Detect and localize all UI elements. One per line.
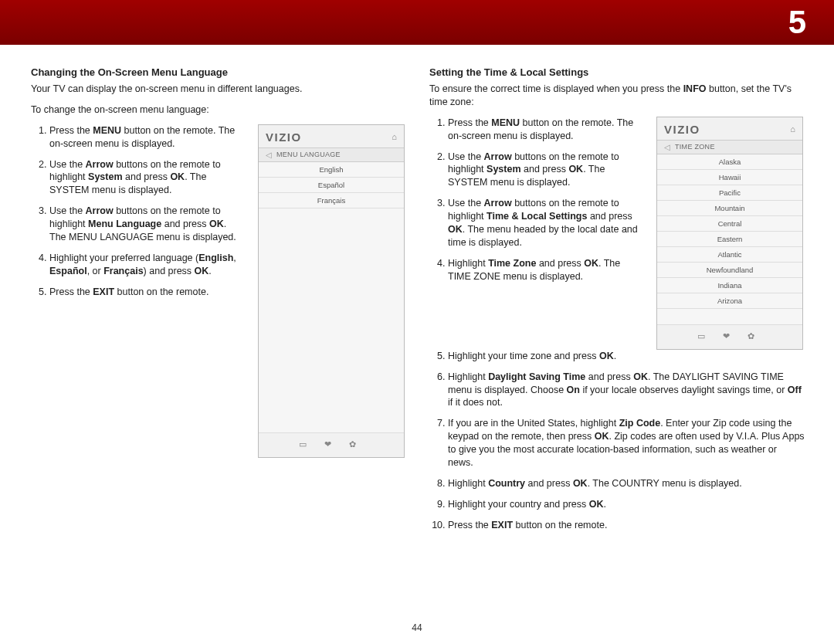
osd-item: Atlantic [657,247,802,263]
left-intro: Your TV can display the on-screen menu i… [31,83,408,96]
osd-title: MENU LANGUAGE [276,151,341,158]
osd-lang-list: EnglishEspañolFrançais [259,162,404,208]
osd-fill [657,309,802,324]
step-item: Use the Arrow buttons on the remote to h… [49,205,247,244]
osd-fill [259,208,404,432]
osd-time-zone: VIZIO ⌂ ◁ TIME ZONE AlaskaHawaiiPacificM… [656,117,803,350]
right-heading: Setting the Time & Local Settings [429,66,806,78]
step-item: Highlight Time Zone and press OK. The TI… [448,257,646,283]
right-steps-5to10: Highlight your time zone and press OK.Hi… [429,350,806,532]
left-column: Changing the On-Screen Menu Language You… [31,66,408,539]
right-column: Setting the Time & Local Settings To ens… [429,66,806,539]
osd-brand: VIZIO [664,123,700,136]
home-icon: ⌂ [790,124,795,134]
step-item: If you are in the United States, highlig… [448,417,806,469]
page-content: Changing the On-Screen Menu Language You… [0,45,834,547]
step-item: Press the MENU button on the remote. The… [49,124,247,151]
osd-item: English [259,162,404,178]
osd-menu-language: VIZIO ⌂ ◁ MENU LANGUAGE EnglishEspañolFr… [258,124,405,458]
osd-footer-icons: ▭ ❤ ✿ [259,432,404,457]
step-item: Highlight your preferred language (Engli… [49,252,247,278]
osd-header: VIZIO ⌂ [657,117,802,140]
osd-title-row: ◁ MENU LANGUAGE [259,147,404,162]
osd-item: Newfoundland [657,263,802,278]
osd-item: Alaska [657,154,802,170]
step-item: Press the EXIT button on the remote. [448,519,806,532]
osd-item: Eastern [657,232,802,247]
step-item: Highlight your time zone and press OK. [448,350,806,363]
step-item: Press the MENU button on the remote. The… [448,117,646,143]
osd-footer-icons: ▭ ❤ ✿ [657,324,802,349]
step-item: Press the EXIT button on the remote. [49,286,247,299]
osd-item: Español [259,178,404,193]
osd-title-row: ◁ TIME ZONE [657,140,802,154]
left-body-row: Press the MENU button on the remote. The… [31,124,408,458]
right-steps-area: Press the MENU button on the remote. The… [429,117,646,291]
step-item: Highlight your country and press OK. [448,498,806,511]
osd-item: Pacific [657,185,802,201]
chapter-number: 5 [788,4,806,41]
osd-item: Indiana [657,278,802,293]
left-heading: Changing the On-Screen Menu Language [31,66,408,78]
step-item: Highlight Country and press OK. The COUN… [448,477,806,490]
page-number: 44 [0,622,834,633]
step-item: Highlight Daylight Saving Time and press… [448,371,806,410]
step-item: Use the Arrow buttons on the remote to h… [49,158,247,198]
step-item: Use the Arrow buttons on the remote to h… [448,197,646,249]
right-body-row: Press the MENU button on the remote. The… [429,117,806,350]
osd-brand: VIZIO [266,130,302,144]
home-icon: ⌂ [392,132,397,141]
osd-item: Mountain [657,201,802,216]
left-steps: Press the MENU button on the remote. The… [31,124,247,299]
right-steps-1to4: Press the MENU button on the remote. The… [429,117,646,283]
osd-tz-list: AlaskaHawaiiPacificMountainCentralEaster… [657,154,802,309]
step-item: Use the Arrow buttons on the remote to h… [448,151,646,190]
osd-item: Central [657,216,802,232]
back-icon: ◁ [664,143,670,151]
osd-item: Arizona [657,293,802,309]
osd-header: VIZIO ⌂ [259,125,404,147]
osd-item: Français [259,193,404,208]
left-steps-area: Press the MENU button on the remote. The… [31,124,247,307]
chapter-band: 5 [0,0,834,45]
osd-item: Hawaii [657,170,802,185]
right-intro: To ensure the correct time is displayed … [429,83,806,109]
back-icon: ◁ [266,151,272,159]
left-lead: To change the on-screen menu language: [31,103,408,117]
osd-title: TIME ZONE [675,143,715,151]
